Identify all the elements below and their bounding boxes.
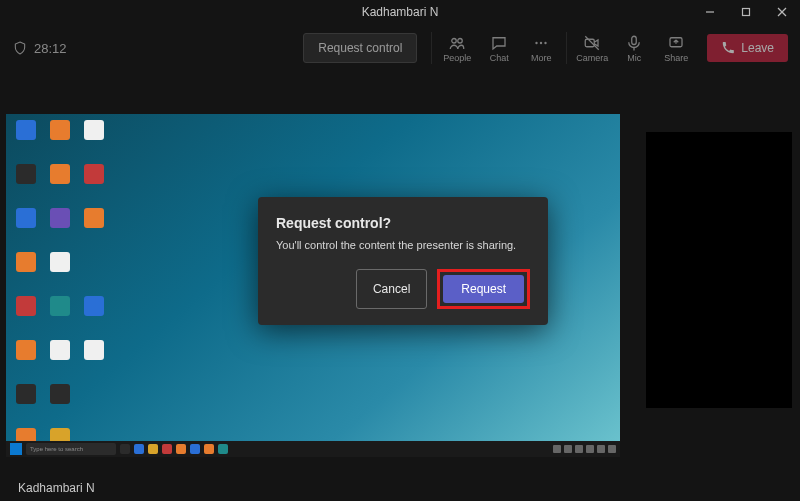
more-button[interactable]: More (520, 28, 562, 68)
system-tray (553, 445, 616, 453)
mic-button[interactable]: Mic (613, 28, 655, 68)
start-button[interactable] (10, 443, 22, 455)
request-control-button[interactable]: Request control (303, 33, 417, 63)
share-button[interactable]: Share (655, 28, 697, 68)
taskbar-icon[interactable] (218, 444, 228, 454)
meeting-time: 28:12 (34, 41, 67, 56)
separator (431, 32, 432, 64)
taskbar-icon[interactable] (162, 444, 172, 454)
presenter-name: Kadhambari N (18, 481, 95, 495)
window-title: Kadhambari N (362, 5, 439, 19)
meeting-toolbar: 28:12 Request control People Chat More C… (0, 24, 800, 72)
request-button[interactable]: Request (443, 275, 524, 303)
desktop-icons (12, 120, 112, 457)
svg-line-10 (586, 36, 600, 50)
close-button[interactable] (764, 0, 800, 24)
svg-point-7 (540, 41, 542, 43)
titlebar: Kadhambari N (0, 0, 800, 24)
leave-button[interactable]: Leave (707, 34, 788, 62)
taskbar-icon[interactable] (190, 444, 200, 454)
svg-point-8 (545, 41, 547, 43)
windows-taskbar: Type here to search (6, 441, 620, 457)
taskbar-icon[interactable] (134, 444, 144, 454)
teams-meeting-window: Kadhambari N 28:12 Request control Peopl… (0, 0, 800, 501)
svg-rect-11 (632, 36, 637, 44)
people-icon (448, 34, 466, 52)
svg-point-5 (458, 38, 463, 43)
dialog-title: Request control? (276, 215, 530, 231)
svg-point-6 (536, 41, 538, 43)
meeting-duration: 28:12 (12, 40, 67, 56)
svg-rect-1 (743, 9, 750, 16)
camera-button[interactable]: Camera (571, 28, 613, 68)
taskbar-icon[interactable] (204, 444, 214, 454)
minimize-button[interactable] (692, 0, 728, 24)
taskbar-icon[interactable] (176, 444, 186, 454)
shield-icon (12, 40, 28, 56)
svg-point-4 (452, 38, 457, 43)
cancel-button[interactable]: Cancel (356, 269, 427, 309)
taskbar-icon[interactable] (120, 444, 130, 454)
leave-icon (721, 41, 735, 55)
chat-icon (490, 34, 508, 52)
chat-button[interactable]: Chat (478, 28, 520, 68)
separator (566, 32, 567, 64)
taskbar-icon[interactable] (148, 444, 158, 454)
taskbar-search[interactable]: Type here to search (26, 443, 116, 455)
request-control-dialog: Request control? You'll control the cont… (258, 197, 548, 325)
maximize-button[interactable] (728, 0, 764, 24)
highlight-ring: Request (437, 269, 530, 309)
people-button[interactable]: People (436, 28, 478, 68)
window-controls (692, 0, 800, 24)
camera-off-icon (583, 34, 601, 52)
more-icon (532, 34, 550, 52)
share-icon (667, 34, 685, 52)
participant-video (646, 132, 792, 408)
dialog-buttons: Cancel Request (276, 269, 530, 309)
mic-icon (625, 34, 643, 52)
dialog-body: You'll control the content the presenter… (276, 239, 530, 251)
